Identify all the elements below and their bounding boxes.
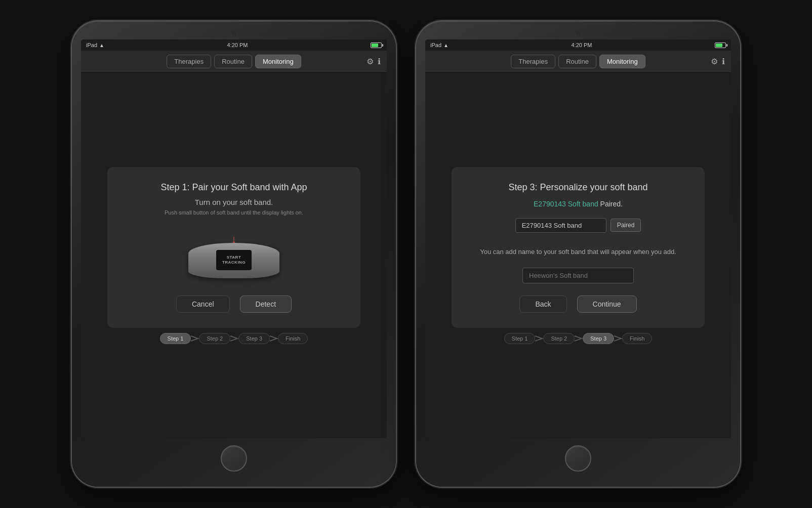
paired-input-row: Paired: [472, 218, 684, 233]
softband-body: START TRACKING: [188, 243, 279, 278]
band-name-input[interactable]: [522, 268, 634, 283]
card-body-text: You can add name to your soft band that …: [480, 247, 676, 257]
step-item-1: Step 1: [160, 333, 191, 344]
nav-bar-right: Therapies Routine Monitoring ⚙ ℹ: [425, 51, 731, 73]
paired-badge: Paired: [611, 219, 641, 232]
status-bar-right: iPad ▲ 4:20 PM: [425, 39, 731, 51]
cancel-button[interactable]: Cancel: [176, 295, 230, 313]
step-item-r2: Step 2: [543, 333, 575, 344]
step-item-2: Step 2: [199, 333, 230, 344]
step-item-3: Step 3: [238, 333, 270, 344]
step-progress-left: Step 1 Step 2 Step 3: [160, 333, 308, 344]
scene: iPad ▲ 4:20 PM Therapies Routine Monitor…: [0, 0, 812, 508]
wifi-icon: ▲: [99, 43, 104, 48]
status-left-right: iPad ▲: [430, 42, 449, 48]
step-item-finish: Finish: [278, 333, 308, 344]
card-title-right: Step 3: Personalize your soft band: [508, 182, 647, 193]
wifi-icon-right: ▲: [443, 43, 449, 48]
carrier-label: iPad: [86, 42, 97, 48]
device-name-input[interactable]: [515, 218, 606, 233]
step-pill-r1: Step 1: [504, 333, 536, 344]
status-right: [371, 43, 382, 48]
home-button-left[interactable]: [221, 445, 247, 472]
battery-fill: [372, 44, 378, 47]
card-instruction-left: Push small button of soft band until the…: [165, 209, 303, 216]
tab-therapies-right[interactable]: Therapies: [511, 55, 555, 68]
paired-device-name: E2790143 Soft band: [534, 200, 598, 208]
step-item-r3: Step 3: [583, 333, 614, 344]
info-icon-right[interactable]: ℹ: [722, 57, 725, 66]
nav-icons-right: ⚙ ℹ: [711, 57, 725, 66]
tab-routine-left[interactable]: Routine: [214, 55, 252, 68]
battery-icon: [371, 43, 382, 48]
softband-screen: START TRACKING: [216, 250, 252, 270]
ipad-right-screen: iPad ▲ 4:20 PM Therapies Routine Monitor…: [425, 39, 731, 438]
ipad-right-camera: [576, 31, 580, 35]
nav-bar-left: Therapies Routine Monitoring ⚙ ℹ: [81, 51, 387, 73]
paired-status-text: E2790143 Soft band Paired.: [534, 200, 623, 208]
time-label: 4:20 PM: [227, 42, 248, 48]
step1-card: Step 1: Pair your Soft band with App Tur…: [107, 167, 360, 328]
screen-content-left: Step 1: Pair your Soft band with App Tur…: [81, 73, 387, 438]
step-arrow-1: [191, 335, 199, 342]
tab-routine-right[interactable]: Routine: [558, 55, 596, 68]
card-title-left: Step 1: Pair your Soft band with App: [160, 182, 307, 193]
band-text-line2: TRACKING: [222, 260, 246, 265]
ipad-right: iPad ▲ 4:20 PM Therapies Routine Monitor…: [416, 21, 740, 487]
button-row-right: Back Continue: [519, 295, 636, 313]
time-label-right: 4:20 PM: [571, 42, 592, 48]
info-icon-left[interactable]: ℹ: [378, 57, 381, 66]
band-text-line1: START: [227, 255, 241, 260]
step-arrow-r1: [535, 335, 543, 342]
paired-suffix: Paired.: [598, 200, 623, 208]
nav-icons-left: ⚙ ℹ: [367, 57, 381, 66]
status-right-right: [715, 43, 726, 48]
step3-card: Step 3: Personalize your soft band E2790…: [452, 167, 705, 328]
step-pill-r2: Step 2: [543, 333, 575, 344]
step-progress-right: Step 1 Step 2 Step 3: [504, 333, 653, 344]
ipad-left: iPad ▲ 4:20 PM Therapies Routine Monitor…: [72, 21, 396, 487]
step-pill-r3: Step 3: [583, 333, 614, 344]
step-pill-rfinish: Finish: [622, 333, 652, 344]
step-pill-1: Step 1: [160, 333, 191, 344]
button-row-left: Cancel Detect: [176, 295, 292, 313]
battery-icon-right: [715, 43, 726, 48]
detect-button[interactable]: Detect: [240, 295, 292, 313]
tab-therapies-left[interactable]: Therapies: [167, 55, 211, 68]
continue-button[interactable]: Continue: [577, 295, 637, 313]
status-bar-left: iPad ▲ 4:20 PM: [81, 39, 387, 51]
status-left: iPad ▲: [86, 42, 104, 48]
ipad-left-screen: iPad ▲ 4:20 PM Therapies Routine Monitor…: [81, 39, 387, 438]
step-item-r1: Step 1: [504, 333, 536, 344]
ipad-left-camera: [232, 31, 236, 35]
step-pill-2: Step 2: [199, 333, 230, 344]
gear-icon-left[interactable]: ⚙: [367, 57, 374, 66]
step-pill-finish: Finish: [278, 333, 308, 344]
step-arrow-2: [230, 335, 238, 342]
battery-fill-right: [716, 44, 722, 47]
home-button-right[interactable]: [565, 445, 591, 472]
back-button[interactable]: Back: [519, 295, 566, 313]
tab-monitoring-left[interactable]: Monitoring: [255, 55, 301, 68]
step-arrow-r2: [575, 335, 583, 342]
carrier-label-right: iPad: [430, 42, 441, 48]
step-arrow-r3: [614, 335, 622, 342]
screen-content-right: Step 3: Personalize your soft band E2790…: [425, 73, 731, 438]
step-item-rfinish: Finish: [622, 333, 652, 344]
gear-icon-right[interactable]: ⚙: [711, 57, 718, 66]
step-arrow-3: [270, 335, 278, 342]
card-subtitle-left: Turn on your soft band.: [195, 198, 273, 206]
softband-illustration: ↓ START TRACKING: [183, 228, 285, 278]
tab-monitoring-right[interactable]: Monitoring: [599, 55, 645, 68]
step-pill-3: Step 3: [238, 333, 270, 344]
